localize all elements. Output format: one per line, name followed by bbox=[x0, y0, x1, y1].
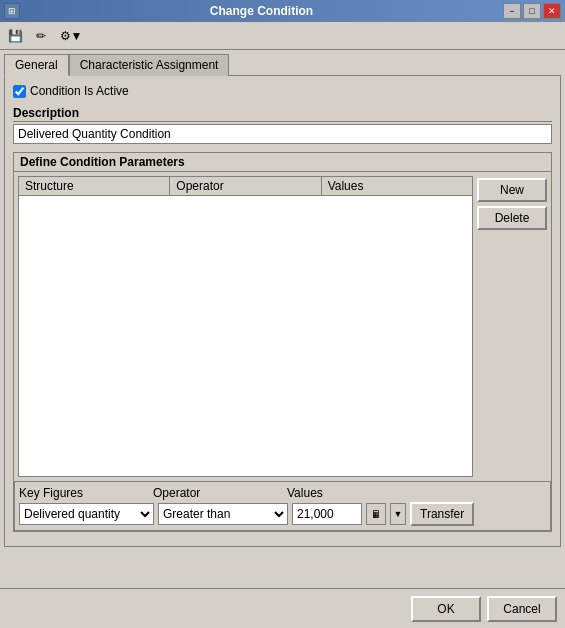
description-input[interactable] bbox=[13, 124, 552, 144]
maximize-button[interactable]: □ bbox=[523, 3, 541, 19]
new-button[interactable]: New bbox=[477, 178, 547, 202]
ok-button[interactable]: OK bbox=[411, 596, 481, 622]
app-icon: ⊞ bbox=[4, 3, 20, 19]
define-section-title: Define Condition Parameters bbox=[14, 153, 551, 172]
operator-label: Operator bbox=[153, 486, 283, 500]
dropdown-values-icon[interactable]: ▼ bbox=[390, 503, 406, 525]
tab-general[interactable]: General bbox=[4, 54, 69, 76]
window-title: Change Condition bbox=[20, 4, 503, 18]
toolbar: 💾 ✏ ⚙▼ bbox=[0, 22, 565, 50]
bottom-fields: Key Figures Operator Values Delivered qu… bbox=[14, 481, 551, 531]
col-operator: Operator bbox=[170, 177, 321, 195]
transfer-button[interactable]: Transfer bbox=[410, 502, 474, 526]
condition-active-label: Condition Is Active bbox=[30, 84, 129, 98]
dropdown-icon[interactable]: ⚙▼ bbox=[56, 25, 86, 47]
table-header: Structure Operator Values bbox=[19, 177, 472, 196]
col-structure: Structure bbox=[19, 177, 170, 195]
description-label: Description bbox=[13, 106, 552, 122]
bottom-controls: Delivered quantity Greater than Less tha… bbox=[19, 502, 546, 526]
main-content: General Characteristic Assignment Condit… bbox=[0, 50, 565, 588]
operator-select[interactable]: Greater than Less than Equal to Greater … bbox=[158, 503, 288, 525]
minimize-button[interactable]: − bbox=[503, 3, 521, 19]
condition-table: Structure Operator Values bbox=[18, 176, 473, 477]
bottom-labels: Key Figures Operator Values bbox=[19, 486, 546, 500]
key-figures-label: Key Figures bbox=[19, 486, 149, 500]
delete-button[interactable]: Delete bbox=[477, 206, 547, 230]
define-section-inner: Structure Operator Values New Delete bbox=[14, 172, 551, 481]
condition-active-checkbox[interactable] bbox=[13, 85, 26, 98]
window-controls[interactable]: − □ ✕ bbox=[503, 3, 561, 19]
footer: OK Cancel bbox=[0, 588, 565, 628]
description-group: Description bbox=[13, 106, 552, 144]
condition-active-row: Condition Is Active bbox=[13, 84, 552, 98]
close-button[interactable]: ✕ bbox=[543, 3, 561, 19]
cancel-button[interactable]: Cancel bbox=[487, 596, 557, 622]
key-figures-select[interactable]: Delivered quantity bbox=[19, 503, 154, 525]
general-panel: Condition Is Active Description Define C… bbox=[4, 75, 561, 547]
edit-icon[interactable]: ✏ bbox=[30, 25, 52, 47]
table-body bbox=[19, 196, 472, 476]
values-input[interactable] bbox=[292, 503, 362, 525]
tab-bar: General Characteristic Assignment bbox=[4, 54, 561, 76]
calculator-icon[interactable]: 🖩 bbox=[366, 503, 386, 525]
title-bar: ⊞ Change Condition − □ ✕ bbox=[0, 0, 565, 22]
define-condition-section: Define Condition Parameters Structure Op… bbox=[13, 152, 552, 532]
tab-characteristic[interactable]: Characteristic Assignment bbox=[69, 54, 230, 76]
col-values: Values bbox=[322, 177, 472, 195]
values-label: Values bbox=[287, 486, 546, 500]
save-icon[interactable]: 💾 bbox=[4, 25, 26, 47]
side-buttons: New Delete bbox=[477, 176, 547, 477]
